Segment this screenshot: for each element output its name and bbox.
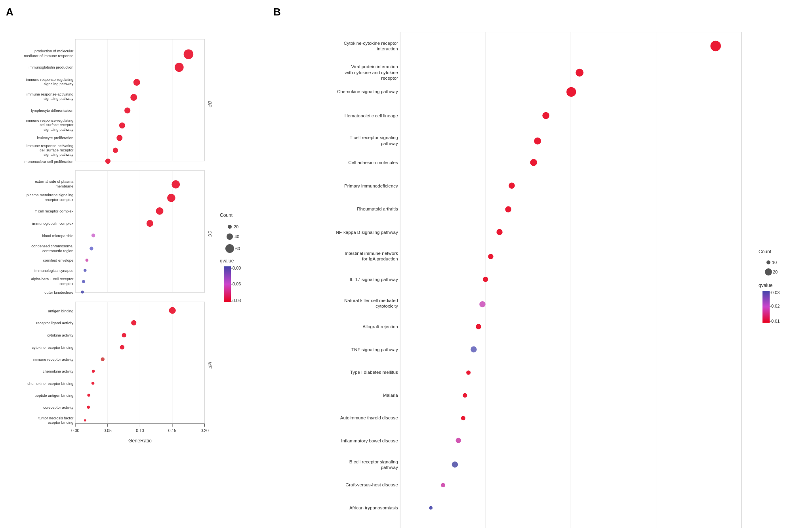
legend-count-60 [225,244,234,253]
dot-b-16 [461,416,465,420]
dot-bp-7 [113,147,118,153]
legend-b-qvalue-gradient [762,291,770,323]
svg-text:Type I diabetes mellitus: Type I diabetes mellitus [350,370,398,375]
svg-text:receptor binding: receptor binding [47,420,74,425]
dot-bp-3 [130,94,137,101]
dot-b-12 [476,324,481,329]
svg-text:Natural killer cell mediated: Natural killer cell mediated [344,298,398,303]
svg-text:0.01: 0.01 [771,319,780,323]
dot-b-13 [471,346,477,352]
svg-text:immune receptor activity: immune receptor activity [33,357,74,362]
legend-b-count-10 [766,260,770,264]
svg-text:qvalue: qvalue [759,283,773,288]
dot-b-19 [441,483,445,487]
svg-text:Allograft rejection: Allograft rejection [362,324,398,329]
dot-b-17 [456,438,461,443]
svg-text:production of molecular: production of molecular [34,49,73,53]
dot-b-9 [488,254,493,259]
panel-a-label: A [6,6,267,18]
legend-b-svg: Count 10 20 qvalue 0.0 [755,247,802,346]
dot-b-15 [463,393,467,398]
svg-text:interaction: interaction [377,46,398,51]
svg-text:10: 10 [772,260,777,265]
svg-text:immunological synapse: immunological synapse [34,268,73,273]
svg-text:signaling pathway: signaling pathway [44,82,73,86]
dot-bp-9 [105,159,111,164]
panel-a: A [0,0,269,528]
svg-text:Chemokine signaling pathway: Chemokine signaling pathway [337,89,398,94]
svg-text:leukocyte proliferation: leukocyte proliferation [37,136,73,140]
dot-b-11 [479,301,485,307]
dot-bp-1 [175,63,184,72]
chart-a: 0.00 0.05 0.10 0.15 0.20 GeneRatio BP CC… [6,20,216,512]
svg-text:T cell receptor complex: T cell receptor complex [35,209,74,213]
dot-cc-8 [82,280,85,283]
svg-text:cell surface receptor: cell surface receptor [40,122,73,127]
svg-text:Rheumatoid arthritis: Rheumatoid arthritis [357,207,398,211]
svg-text:outer kinetochore: outer kinetochore [44,290,73,295]
svg-text:African trypanosomiasis: African trypanosomiasis [349,505,398,510]
svg-text:T cell receptor signaling: T cell receptor signaling [350,135,398,140]
svg-text:lymphocyte differentiation: lymphocyte differentiation [31,108,73,113]
svg-text:20: 20 [234,224,238,229]
svg-text:receptor complex: receptor complex [45,197,74,202]
svg-text:CC: CC [208,231,212,237]
svg-text:receptor: receptor [381,76,398,80]
svg-text:immune response-activating: immune response-activating [27,143,73,148]
svg-text:cytotoxicity: cytotoxicity [376,304,398,308]
svg-text:mononuclear cell proliferation: mononuclear cell proliferation [25,159,73,164]
dot-b-7 [505,206,511,212]
dot-b-6 [509,183,515,189]
dot-mf-3 [120,345,124,349]
dot-cc-9 [81,291,84,294]
dot-cc-6 [86,259,89,262]
svg-text:plasma membrane signaling: plasma membrane signaling [27,193,73,197]
svg-text:alpha-beta T cell receptor: alpha-beta T cell receptor [31,277,73,281]
legend-count-20 [228,225,232,229]
panel-b: B [269,0,812,528]
svg-text:Primary immunodeficiency: Primary immunodeficiency [344,184,398,188]
svg-text:receptor ligand activity: receptor ligand activity [36,321,73,325]
legend-count-40 [227,233,233,240]
svg-text:0.02: 0.02 [771,304,780,308]
svg-text:Malaria: Malaria [383,393,398,398]
svg-text:Hematopoietic cell lineage: Hematopoietic cell lineage [345,113,398,118]
svg-text:signaling pathway: signaling pathway [44,127,73,132]
svg-text:0.06: 0.06 [233,281,241,286]
svg-text:signaling pathway: signaling pathway [44,152,73,157]
svg-text:Cell adhesion molecules: Cell adhesion molecules [348,160,398,165]
dot-b-0 [710,41,721,52]
dot-b-8 [496,229,502,235]
dot-bp-2 [133,79,140,86]
svg-text:immune response-regulating: immune response-regulating [26,118,74,122]
dot-cc-0 [172,180,180,189]
dot-mf-9 [84,419,86,422]
dot-b-20 [429,506,433,510]
legend-b: Count 10 20 qvalue 0.0 [755,20,806,528]
svg-text:MF: MF [208,362,212,369]
svg-text:60: 60 [235,246,240,251]
dot-mf-2 [122,333,126,337]
dot-cc-5 [90,247,93,250]
dot-mf-0 [169,307,176,314]
dot-mf-4 [101,357,104,361]
svg-text:external side of plasma: external side of plasma [35,179,74,184]
svg-text:antigen binding: antigen binding [48,309,73,313]
svg-text:Count: Count [220,212,233,218]
svg-text:Intestinal immune network: Intestinal immune network [345,251,398,256]
svg-text:immune response-activating: immune response-activating [27,92,73,96]
svg-text:cytokine receptor binding: cytokine receptor binding [32,345,73,350]
dot-mf-6 [91,382,95,385]
svg-text:blood microparticle: blood microparticle [42,233,73,238]
svg-text:Autoimmune thyroid disease: Autoimmune thyroid disease [340,415,398,420]
dot-cc-7 [84,269,87,272]
svg-text:BP: BP [208,101,212,107]
dot-mf-7 [87,394,90,397]
dot-b-1 [576,69,583,77]
svg-text:0.03: 0.03 [233,298,241,303]
svg-text:pathway: pathway [381,141,398,146]
svg-text:complex: complex [59,281,73,286]
dot-mf-1 [131,320,136,325]
svg-text:pathway: pathway [381,465,398,470]
dot-b-18 [452,461,458,467]
